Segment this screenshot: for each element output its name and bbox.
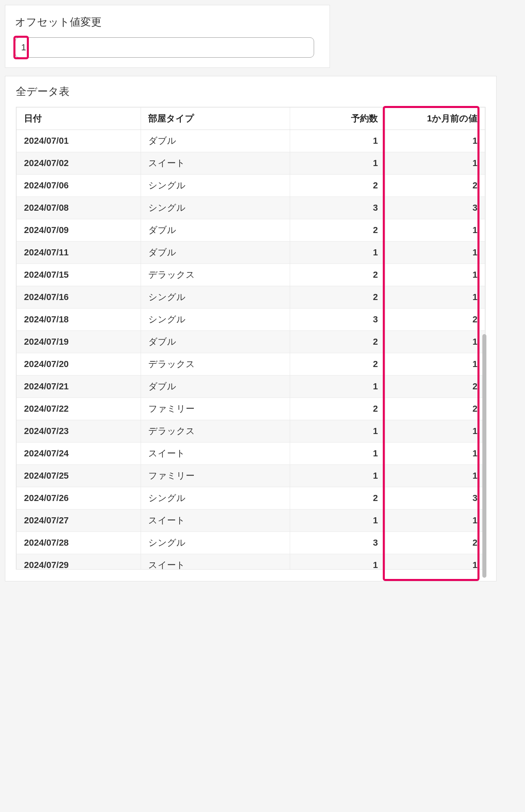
cell-date: 2024/07/19 xyxy=(17,331,141,353)
cell-room-type: シングル xyxy=(141,175,290,197)
cell-room-type: ファミリー xyxy=(141,465,290,487)
cell-date: 2024/07/08 xyxy=(17,197,141,219)
cell-date: 2024/07/29 xyxy=(17,554,141,570)
cell-prev-month: 1 xyxy=(386,331,485,353)
cell-bookings: 2 xyxy=(290,264,386,286)
cell-room-type: デラックス xyxy=(141,420,290,443)
cell-room-type: シングル xyxy=(141,286,290,309)
table-row[interactable]: 2024/07/25ファミリー11 xyxy=(17,465,485,487)
header-date[interactable]: 日付 xyxy=(17,108,141,130)
table-row[interactable]: 2024/07/21ダブル12 xyxy=(17,376,485,398)
cell-room-type: ダブル xyxy=(141,331,290,353)
cell-prev-month: 1 xyxy=(386,130,485,152)
cell-room-type: ダブル xyxy=(141,376,290,398)
header-bookings[interactable]: 予約数 xyxy=(290,108,386,130)
cell-date: 2024/07/28 xyxy=(17,532,141,554)
table-row[interactable]: 2024/07/26シングル23 xyxy=(17,487,485,510)
cell-prev-month: 1 xyxy=(386,219,485,242)
table-row[interactable]: 2024/07/15デラックス21 xyxy=(17,264,485,286)
cell-room-type: ダブル xyxy=(141,219,290,242)
cell-prev-month: 1 xyxy=(386,242,485,264)
cell-date: 2024/07/02 xyxy=(17,152,141,175)
table-row[interactable]: 2024/07/11ダブル11 xyxy=(17,242,485,264)
table-row[interactable]: 2024/07/06シングル22 xyxy=(17,175,485,197)
cell-prev-month: 2 xyxy=(386,376,485,398)
table-row[interactable]: 2024/07/18シングル32 xyxy=(17,309,485,331)
cell-date: 2024/07/26 xyxy=(17,487,141,510)
offset-title: オフセット値変更 xyxy=(15,15,320,29)
scrollbar[interactable] xyxy=(482,334,486,578)
cell-date: 2024/07/25 xyxy=(17,465,141,487)
cell-date: 2024/07/06 xyxy=(17,175,141,197)
cell-bookings: 1 xyxy=(290,376,386,398)
cell-prev-month: 1 xyxy=(386,554,485,570)
cell-room-type: スイート xyxy=(141,152,290,175)
offset-card: オフセット値変更 xyxy=(5,5,330,68)
table-row[interactable]: 2024/07/22ファミリー22 xyxy=(17,398,485,420)
cell-prev-month: 2 xyxy=(386,532,485,554)
cell-date: 2024/07/22 xyxy=(17,398,141,420)
cell-room-type: ダブル xyxy=(141,242,290,264)
cell-bookings: 1 xyxy=(290,242,386,264)
cell-prev-month: 1 xyxy=(386,420,485,443)
table-row[interactable]: 2024/07/24スイート11 xyxy=(17,443,485,465)
cell-date: 2024/07/09 xyxy=(17,219,141,242)
table-row[interactable]: 2024/07/08シングル33 xyxy=(17,197,485,219)
cell-room-type: ファミリー xyxy=(141,398,290,420)
cell-prev-month: 2 xyxy=(386,398,485,420)
table-row[interactable]: 2024/07/27スイート11 xyxy=(17,510,485,532)
header-room-type[interactable]: 部屋タイプ xyxy=(141,108,290,130)
cell-bookings: 3 xyxy=(290,309,386,331)
cell-prev-month: 2 xyxy=(386,309,485,331)
table-row[interactable]: 2024/07/28シングル32 xyxy=(17,532,485,554)
cell-prev-month: 1 xyxy=(386,465,485,487)
table-row[interactable]: 2024/07/02スイート11 xyxy=(17,152,485,175)
cell-room-type: シングル xyxy=(141,532,290,554)
cell-room-type: シングル xyxy=(141,487,290,510)
cell-prev-month: 1 xyxy=(386,510,485,532)
header-prev-month[interactable]: 1か月前の値 xyxy=(386,108,485,130)
cell-prev-month: 1 xyxy=(386,353,485,376)
table-scroll[interactable]: 日付 部屋タイプ 予約数 1か月前の値 2024/07/01ダブル112024/… xyxy=(16,107,486,570)
cell-bookings: 1 xyxy=(290,420,386,443)
offset-input-wrap xyxy=(15,37,314,58)
cell-bookings: 1 xyxy=(290,510,386,532)
cell-room-type: スイート xyxy=(141,554,290,570)
table-row[interactable]: 2024/07/19ダブル21 xyxy=(17,331,485,353)
table-row[interactable]: 2024/07/23デラックス11 xyxy=(17,420,485,443)
cell-bookings: 3 xyxy=(290,197,386,219)
table-row[interactable]: 2024/07/29スイート11 xyxy=(17,554,485,570)
cell-prev-month: 3 xyxy=(386,197,485,219)
cell-bookings: 2 xyxy=(290,219,386,242)
cell-bookings: 1 xyxy=(290,130,386,152)
table-row[interactable]: 2024/07/01ダブル11 xyxy=(17,130,485,152)
cell-date: 2024/07/11 xyxy=(17,242,141,264)
cell-room-type: スイート xyxy=(141,443,290,465)
cell-bookings: 1 xyxy=(290,465,386,487)
cell-room-type: スイート xyxy=(141,510,290,532)
cell-room-type: ダブル xyxy=(141,130,290,152)
cell-room-type: デラックス xyxy=(141,264,290,286)
offset-input[interactable] xyxy=(15,37,314,58)
table-row[interactable]: 2024/07/09ダブル21 xyxy=(17,219,485,242)
table-row[interactable]: 2024/07/16シングル21 xyxy=(17,286,485,309)
cell-bookings: 2 xyxy=(290,331,386,353)
cell-bookings: 2 xyxy=(290,487,386,510)
cell-date: 2024/07/21 xyxy=(17,376,141,398)
cell-room-type: デラックス xyxy=(141,353,290,376)
cell-date: 2024/07/20 xyxy=(17,353,141,376)
table-wrap: 日付 部屋タイプ 予約数 1か月前の値 2024/07/01ダブル112024/… xyxy=(16,107,486,570)
data-table-card: 全データ表 日付 部屋タイプ 予約数 1か月前の値 2024/07/01ダブル1… xyxy=(5,76,497,581)
table-row[interactable]: 2024/07/20デラックス21 xyxy=(17,353,485,376)
cell-bookings: 1 xyxy=(290,152,386,175)
table-header-row: 日付 部屋タイプ 予約数 1か月前の値 xyxy=(17,108,485,130)
cell-prev-month: 3 xyxy=(386,487,485,510)
cell-date: 2024/07/15 xyxy=(17,264,141,286)
cell-date: 2024/07/18 xyxy=(17,309,141,331)
cell-bookings: 2 xyxy=(290,286,386,309)
cell-bookings: 1 xyxy=(290,443,386,465)
table-body: 2024/07/01ダブル112024/07/02スイート112024/07/0… xyxy=(17,130,485,570)
cell-room-type: シングル xyxy=(141,197,290,219)
cell-room-type: シングル xyxy=(141,309,290,331)
cell-bookings: 2 xyxy=(290,398,386,420)
